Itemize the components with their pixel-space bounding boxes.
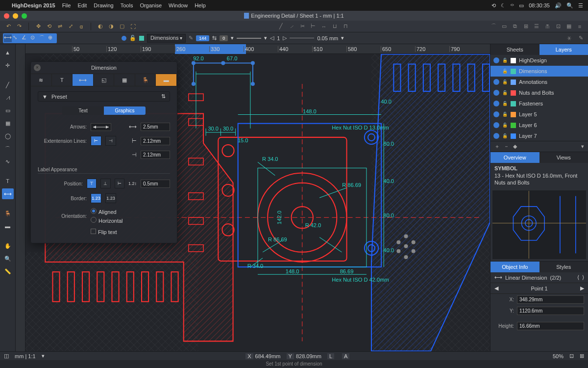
menu-file[interactable]: File bbox=[62, 2, 71, 8]
layer-swatch-icon[interactable] bbox=[511, 90, 516, 96]
chip-1[interactable]: 144 bbox=[196, 35, 209, 41]
tb-break-icon[interactable]: ⊓ bbox=[341, 22, 350, 31]
dimension-settings-panel[interactable]: ×Dimension ≋ T ⟷ ◱ ▦ 🪑 ▬ ▼Preset⇅ Text G… bbox=[30, 61, 177, 243]
field-height[interactable] bbox=[517, 322, 584, 330]
subtab-text[interactable]: Text bbox=[62, 106, 104, 115]
tool-line[interactable]: ╱ bbox=[2, 79, 14, 90]
layer-color-icon[interactable] bbox=[139, 36, 144, 41]
tb-line1-icon[interactable]: ╱ bbox=[276, 22, 285, 31]
tb-scale-icon[interactable]: ⤢ bbox=[66, 22, 75, 31]
section-prev-icon[interactable]: ◀ bbox=[494, 285, 498, 291]
layer-row[interactable]: 🔓 Nuts and Bolts bbox=[490, 87, 588, 98]
tool-symbol[interactable]: 🪑 bbox=[2, 208, 14, 219]
tool-select[interactable]: ▲ bbox=[2, 47, 14, 58]
layer-lock-icon[interactable]: 🔓 bbox=[502, 69, 508, 74]
layer-swatch-icon[interactable] bbox=[511, 79, 516, 85]
border-btn-2[interactable]: 1.23 bbox=[105, 193, 116, 203]
dim-mode-2-icon[interactable]: ⤡ bbox=[13, 34, 21, 42]
tb-redo-icon[interactable]: ↷ bbox=[15, 22, 24, 31]
dropdown-3[interactable]: ▾ bbox=[341, 35, 344, 41]
close-window-icon[interactable] bbox=[4, 13, 9, 19]
radio-horizontal[interactable]: Horizontal bbox=[91, 217, 123, 224]
field-y[interactable] bbox=[517, 307, 584, 315]
pen-weight-icon[interactable]: ✎ bbox=[189, 35, 193, 41]
status-tool1-icon[interactable]: ⊡ bbox=[569, 353, 574, 359]
menu-icon[interactable]: ☰ bbox=[578, 2, 583, 9]
status-units[interactable]: mm | 1:1 bbox=[15, 353, 36, 359]
layer-row[interactable]: 🔓 Layer 6 bbox=[490, 120, 588, 131]
dimtab-7[interactable]: ▬ bbox=[156, 74, 177, 86]
dropdown-2[interactable]: ▾ bbox=[264, 35, 267, 41]
tb-align-icon[interactable]: ☰ bbox=[532, 22, 541, 31]
dimtab-6[interactable]: 🪑 bbox=[135, 74, 156, 86]
tab-object-info[interactable]: Object Info bbox=[490, 262, 539, 272]
tb-distribute-icon[interactable]: ⫚ bbox=[543, 22, 552, 31]
layer-visibility-icon[interactable] bbox=[493, 101, 499, 106]
layer-swatch-icon[interactable] bbox=[511, 69, 516, 74]
layer-visibility-icon[interactable] bbox=[493, 122, 499, 128]
menu-window[interactable]: Window bbox=[169, 2, 188, 8]
tb-frame-icon[interactable]: ▢ bbox=[118, 22, 126, 31]
layer-visibility-icon[interactable] bbox=[493, 79, 499, 85]
layer-swatch-icon[interactable] bbox=[511, 112, 516, 117]
tb-rect-icon[interactable]: ▭ bbox=[500, 22, 509, 31]
layer-lock-icon[interactable]: 🔓 bbox=[502, 133, 508, 138]
tool-zoom[interactable]: 🔍 bbox=[2, 253, 14, 264]
tb-line2-icon[interactable]: ⟋ bbox=[287, 22, 296, 31]
tb-array-icon[interactable]: ⊞ bbox=[521, 22, 530, 31]
prop-tool2-icon[interactable]: ✎ bbox=[576, 34, 585, 43]
pos-btn-2[interactable]: ⊥ bbox=[100, 179, 110, 188]
layer-swatch-icon[interactable] bbox=[511, 123, 516, 128]
tab-layers[interactable]: Layers bbox=[539, 44, 588, 55]
field-x[interactable] bbox=[517, 295, 584, 304]
status-icon-2[interactable]: ▾ bbox=[42, 353, 45, 359]
lineweight-value[interactable]: 0.05 mm bbox=[317, 35, 338, 41]
tool-text[interactable]: T bbox=[2, 176, 14, 186]
layer-options-button[interactable]: ◆ bbox=[513, 143, 517, 150]
swap-icon[interactable]: ⇆ bbox=[212, 35, 217, 41]
layer-row[interactable]: 🔓 Fasteners bbox=[490, 98, 588, 109]
menu-edit[interactable]: Edit bbox=[77, 2, 87, 8]
menu-help[interactable]: Help bbox=[195, 2, 206, 8]
spotlight-icon[interactable]: 🔍 bbox=[566, 2, 573, 9]
menu-organise[interactable]: Organise bbox=[140, 2, 162, 8]
tb-alpha-icon[interactable]: α bbox=[77, 22, 86, 31]
endpoint-left-icon[interactable]: ◁ bbox=[270, 35, 274, 41]
section-next-icon[interactable]: ▶ bbox=[580, 285, 584, 291]
tb-group2-icon[interactable]: ◑ bbox=[107, 22, 116, 31]
layer-lock-icon[interactable]: 🔓 bbox=[502, 79, 508, 84]
dim-mode-1-icon[interactable]: ⟷ bbox=[4, 34, 12, 42]
dimtab-2[interactable]: T bbox=[52, 74, 73, 86]
layer-vis-icon[interactable] bbox=[122, 36, 126, 41]
check-flip[interactable]: Flip text bbox=[91, 229, 117, 235]
layer-menu-button[interactable]: ▾ bbox=[581, 143, 584, 150]
status-icon-1[interactable]: ◫ bbox=[4, 353, 9, 359]
tb-cut-icon[interactable]: ✂ bbox=[298, 22, 307, 31]
subtab-graphics[interactable]: Graphics bbox=[104, 106, 146, 115]
dimtab-4[interactable]: ◱ bbox=[94, 74, 115, 86]
radio-aligned[interactable]: Aligned bbox=[91, 208, 123, 215]
dimtab-1[interactable]: ≋ bbox=[31, 74, 52, 86]
tb-move-icon[interactable]: ✥ bbox=[34, 22, 43, 31]
tool-wall[interactable]: ▬ bbox=[2, 221, 14, 232]
obj-next-button[interactable]: ⟩ bbox=[582, 274, 584, 281]
ext-field-2[interactable] bbox=[141, 151, 170, 159]
layer-lock-icon[interactable]: 🔓 bbox=[502, 123, 508, 128]
tool-pan[interactable]: ✋ bbox=[2, 240, 14, 251]
tab-views[interactable]: Views bbox=[539, 152, 588, 163]
layer-swatch-icon[interactable] bbox=[511, 101, 516, 106]
ext-btn-1[interactable]: ⊢ bbox=[91, 136, 101, 146]
tab-overview[interactable]: Overview bbox=[490, 152, 539, 163]
status-zoom[interactable]: 50% bbox=[553, 353, 564, 359]
layer-row[interactable]: 🔓 Layer 5 bbox=[490, 109, 588, 120]
endpoint-right-icon[interactable]: ▷ bbox=[283, 35, 287, 41]
menu-tools[interactable]: Tools bbox=[121, 2, 133, 8]
ext-field-1[interactable] bbox=[141, 137, 170, 145]
tb-layers-icon[interactable]: ≡ bbox=[575, 22, 584, 31]
tool-hatch[interactable]: ▦ bbox=[2, 118, 14, 129]
dim-mode-4-icon[interactable]: ⊙ bbox=[30, 34, 38, 42]
dim-mode-5-icon[interactable]: ⌒ bbox=[39, 34, 47, 42]
tool-spline[interactable]: ∿ bbox=[2, 156, 14, 167]
linetype-preview[interactable] bbox=[237, 38, 261, 39]
tool-measure[interactable]: 📏 bbox=[2, 266, 14, 277]
